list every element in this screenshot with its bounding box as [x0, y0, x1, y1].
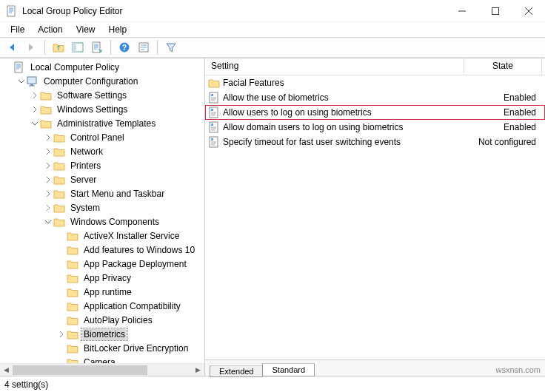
- tree-item-label: System: [68, 202, 102, 214]
- folder-icon: [53, 146, 65, 158]
- setting-name: Allow domain users to log on using biome…: [223, 122, 403, 132]
- tree-item-label: Administrative Templates: [55, 118, 158, 129]
- tab-extended[interactable]: Extended: [210, 365, 263, 377]
- folder-icon: [67, 328, 78, 340]
- forward-button[interactable]: [22, 38, 40, 56]
- scrollbar-thumb[interactable]: [13, 365, 147, 375]
- chevron-right-icon[interactable]: [30, 106, 40, 113]
- chevron-down-icon[interactable]: [30, 120, 40, 127]
- policy-icon: [208, 107, 220, 118]
- setting-row[interactable]: Allow domain users to log on using biome…: [205, 120, 545, 135]
- chevron-down-icon[interactable]: [16, 78, 27, 85]
- close-button[interactable]: [512, 0, 545, 22]
- setting-name: Facial Features: [223, 78, 284, 88]
- tree-item[interactable]: Add features to Windows 10: [0, 243, 204, 257]
- tree-item[interactable]: Administrative Templates: [0, 116, 204, 130]
- settings-list[interactable]: Facial FeaturesAllow the use of biometri…: [205, 75, 545, 359]
- tree-item-label: ActiveX Installer Service: [81, 230, 181, 242]
- tree-item-label: Biometrics: [81, 328, 127, 340]
- watermark: wsxnsn.com: [495, 365, 541, 374]
- chevron-right-icon[interactable]: [43, 162, 53, 169]
- scroll-right-icon[interactable]: ▶: [192, 364, 204, 376]
- policy-icon: [208, 92, 220, 104]
- tree-item-label: Camera: [81, 356, 118, 364]
- tree-item[interactable]: ActiveX Installer Service: [0, 229, 204, 243]
- chevron-right-icon[interactable]: [43, 176, 53, 183]
- back-button[interactable]: [3, 38, 21, 56]
- folder-icon: [67, 314, 78, 326]
- column-setting[interactable]: Setting: [205, 58, 464, 75]
- tree-item[interactable]: App Privacy: [0, 271, 204, 285]
- horizontal-scrollbar[interactable]: ◀ ▶: [0, 363, 204, 376]
- properties-button[interactable]: [135, 38, 153, 56]
- svg-rect-6: [492, 7, 498, 14]
- tree-item-label: Add features to Windows 10: [81, 244, 197, 256]
- chevron-right-icon[interactable]: [43, 204, 53, 212]
- chevron-right-icon[interactable]: [43, 190, 53, 197]
- title-bar: Local Group Policy Editor: [0, 0, 545, 22]
- tree-item[interactable]: App runtime: [0, 285, 204, 299]
- tree-item[interactable]: Windows Components: [0, 214, 204, 229]
- maximize-button[interactable]: [478, 0, 512, 22]
- export-list-button[interactable]: [88, 38, 106, 56]
- tree-item[interactable]: Software Settings: [0, 88, 204, 102]
- separator: [44, 40, 45, 55]
- help-button[interactable]: ?: [116, 38, 133, 56]
- tree-item[interactable]: AutoPlay Policies: [0, 313, 204, 327]
- tree-item[interactable]: Server: [0, 172, 204, 186]
- tree-item[interactable]: Network: [0, 144, 204, 158]
- toolbar: ?: [0, 37, 545, 58]
- tree-item[interactable]: Camera: [0, 355, 204, 363]
- chevron-right-icon[interactable]: [43, 148, 53, 155]
- folder-icon: [53, 174, 65, 186]
- comp-icon: [27, 75, 39, 87]
- tree-item[interactable]: Start Menu and Taskbar: [0, 186, 204, 200]
- tree-item[interactable]: App Package Deployment: [0, 257, 204, 271]
- column-state[interactable]: State: [464, 58, 542, 75]
- setting-row[interactable]: Allow the use of biometricsEnabled: [205, 90, 545, 105]
- tree-item[interactable]: Printers: [0, 158, 204, 172]
- setting-row[interactable]: Facial Features: [205, 75, 545, 90]
- folder-icon: [67, 286, 78, 298]
- chevron-right-icon[interactable]: [56, 331, 67, 338]
- tree-item[interactable]: Control Panel: [0, 130, 204, 144]
- tree-item-label: Application Compatibility: [81, 300, 183, 312]
- tree-item[interactable]: Biometrics: [0, 327, 204, 341]
- tree-item[interactable]: Local Computer Policy: [0, 60, 204, 74]
- tree-item[interactable]: Windows Settings: [0, 102, 204, 116]
- client-area: Local Computer PolicyComputer Configurat…: [0, 58, 545, 376]
- chevron-right-icon[interactable]: [43, 134, 53, 141]
- svg-text:?: ?: [122, 44, 127, 52]
- menu-file[interactable]: File: [4, 23, 30, 36]
- policy-icon: [208, 136, 220, 148]
- tree-item-label: Control Panel: [68, 132, 127, 143]
- folder-icon: [67, 272, 78, 284]
- folder-icon: [67, 342, 78, 354]
- setting-name: Allow the use of biometrics: [223, 92, 329, 103]
- setting-name: Specify timeout for fast user switching …: [223, 137, 401, 147]
- up-button[interactable]: [50, 38, 67, 56]
- chevron-right-icon[interactable]: [30, 92, 40, 99]
- menu-help[interactable]: Help: [103, 23, 133, 36]
- tab-standard[interactable]: Standard: [262, 363, 315, 376]
- folder-icon: [67, 258, 78, 270]
- show-hide-tree-button[interactable]: [69, 38, 87, 56]
- setting-row[interactable]: Specify timeout for fast user switching …: [205, 135, 545, 149]
- tree-item[interactable]: Application Compatibility: [0, 299, 204, 313]
- menu-view[interactable]: View: [70, 23, 101, 36]
- tree-item[interactable]: BitLocker Drive Encryption: [0, 341, 204, 355]
- tree-item-label: App runtime: [81, 286, 134, 298]
- console-tree[interactable]: Local Computer PolicyComputer Configurat…: [0, 58, 204, 363]
- setting-row[interactable]: Allow users to log on using biometricsEn…: [205, 105, 545, 120]
- minimize-button[interactable]: [445, 0, 478, 22]
- menu-action[interactable]: Action: [32, 23, 68, 36]
- scroll-left-icon[interactable]: ◀: [0, 364, 13, 376]
- status-bar: 4 setting(s): [0, 376, 545, 392]
- filter-button[interactable]: [162, 38, 180, 56]
- tree-item[interactable]: Computer Configuration: [0, 74, 204, 88]
- settings-pane: Setting State Facial FeaturesAllow the u…: [205, 58, 545, 376]
- tree-item-label: App Privacy: [81, 272, 133, 284]
- chevron-down-icon[interactable]: [43, 218, 53, 226]
- doc-icon: [13, 61, 25, 73]
- tree-item[interactable]: System: [0, 200, 204, 214]
